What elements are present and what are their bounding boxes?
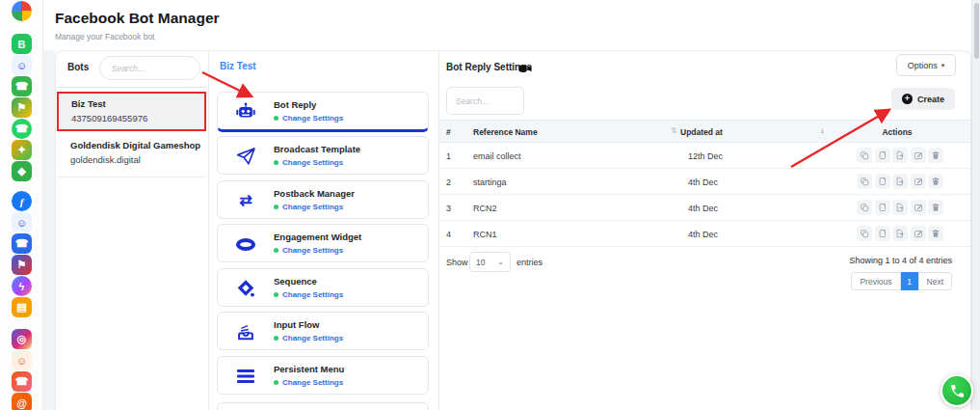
delete-button[interactable] (928, 226, 943, 241)
bot-list-item-biz-test[interactable]: Biz Test 437509169455976 (57, 92, 206, 131)
paint-bucket-icon (235, 278, 256, 299)
bot-list-item-goldendisk[interactable]: Goldendisk Digital Gameshop goldendisk.d… (57, 132, 206, 178)
change-settings-label: Change Settings (282, 203, 343, 211)
instagram-icon[interactable]: ◎ (12, 329, 32, 349)
delete-button[interactable] (928, 200, 943, 215)
change-settings-label: Change Settings (282, 334, 343, 342)
menu-item-broadcast-template[interactable]: Broadcast Template Change Settings (217, 136, 429, 175)
change-settings-link[interactable]: Change Settings (274, 290, 343, 299)
change-settings-link[interactable]: Change Settings (274, 246, 343, 255)
caret-down-icon: ▾ (941, 62, 945, 69)
menu-item-label: Input Flow (274, 319, 320, 330)
updated-at-cell: 4th Dec (688, 230, 718, 239)
status-dot-icon (274, 336, 278, 341)
instagram-comments-icon[interactable]: @ (12, 393, 32, 410)
delete-button[interactable] (928, 148, 943, 163)
edit-button[interactable] (911, 148, 926, 163)
create-button[interactable]: Create (891, 88, 955, 110)
settings-search-input[interactable] (446, 87, 524, 115)
entries-summary: Showing 1 to 4 of 4 entries (849, 256, 952, 265)
page-1-button[interactable]: 1 (901, 272, 918, 290)
messenger-broadcast-icon[interactable]: ⚑ (12, 255, 32, 275)
copy-button[interactable] (857, 200, 872, 215)
scrollbar-track[interactable] (971, 0, 980, 410)
whatsapp-call-widget-icon[interactable]: ☎ (12, 76, 32, 96)
previous-page-button[interactable]: Previous (851, 272, 900, 290)
instagram-call-widget-icon[interactable]: ☎ (12, 371, 32, 392)
caret-down-icon: ⌄ (497, 258, 504, 266)
sidebar-gap (43, 50, 55, 410)
divider (56, 87, 207, 88)
edit-button[interactable] (911, 200, 926, 215)
reference-name-cell: RCN1 (473, 230, 497, 239)
options-button[interactable]: Options ▾ (896, 54, 956, 76)
whatsapp-phone-icon (949, 383, 966, 399)
panel-divider (438, 50, 439, 410)
scrollbar-thumb[interactable] (974, 3, 979, 59)
dashboard-icon[interactable] (12, 1, 32, 21)
row-actions (857, 148, 943, 163)
clipboard-button[interactable] (875, 226, 890, 241)
partners-icon[interactable]: ✦ (12, 140, 32, 160)
robot-icon (235, 101, 256, 123)
menu-item-postback-manager[interactable]: ⇄ Postback Manager Change Settings (217, 180, 429, 219)
page-title: Facebook Bot Manager (55, 10, 220, 27)
row-number-cell: 1 (446, 151, 451, 161)
reference-name-cell: startinga (473, 178, 507, 187)
facebook-comments-icon[interactable]: ▤ (12, 297, 32, 317)
messenger-call-widget-icon[interactable]: ☎ (12, 233, 32, 254)
facebook-icon[interactable]: f (12, 191, 32, 211)
export-button[interactable] (892, 148, 908, 163)
delete-button[interactable] (928, 174, 943, 189)
panel-divider (208, 50, 209, 410)
menu-item-partial[interactable] (217, 402, 429, 410)
options-label: Options (908, 61, 938, 70)
sort-both-icon[interactable]: ⇅ (671, 126, 677, 135)
whatsapp-business-icon[interactable]: B (12, 34, 32, 54)
change-settings-link[interactable]: Change Settings (274, 334, 343, 342)
menu-item-input-flow[interactable]: Input Flow Change Settings (217, 312, 429, 350)
messenger-icon[interactable]: ϟ (12, 276, 32, 296)
whatsapp-broadcast-icon[interactable]: ⚑ (12, 97, 32, 118)
edit-button[interactable] (911, 174, 926, 189)
messenger-chatbot-icon[interactable]: ☺ (12, 212, 32, 232)
menu-item-persistent-menu[interactable]: Persistent Menu Change Settings (217, 356, 429, 395)
sort-down-icon[interactable]: ↓ (820, 126, 824, 135)
bot-id: 437509169455976 (71, 113, 204, 123)
menu-item-label: Engagement Widget (274, 232, 361, 242)
table-header-row: # Reference Name ⇅ Updated at ↓ Actions (439, 120, 970, 143)
entries-per-page-select[interactable]: 10 ⌄ (469, 252, 511, 272)
whatsapp-float-button[interactable] (940, 374, 973, 407)
clipboard-button[interactable] (875, 148, 890, 163)
export-button[interactable] (892, 200, 908, 215)
export-button[interactable] (892, 174, 908, 189)
menu-item-sequence[interactable]: Sequence Change Settings (217, 268, 429, 307)
instagram-chatbot-icon[interactable]: ☺ (12, 350, 32, 370)
edit-button[interactable] (911, 226, 926, 241)
change-settings-link[interactable]: Change Settings (274, 378, 343, 387)
selected-bot-title: Biz Test (220, 61, 256, 71)
bots-search-input[interactable] (99, 56, 200, 80)
change-settings-link[interactable]: Change Settings (274, 158, 343, 167)
change-settings-link[interactable]: Change Settings (274, 203, 343, 211)
menu-item-label: Postback Manager (274, 188, 355, 199)
next-page-button[interactable]: Next (918, 272, 952, 290)
whatsapp-icon[interactable]: ☎ (12, 119, 32, 139)
clipboard-button[interactable] (875, 174, 890, 189)
clipboard-button[interactable] (875, 200, 890, 215)
whatsapp-chatbot-icon[interactable]: ☺ (12, 55, 32, 75)
row-actions (857, 226, 943, 241)
menu-item-bot-reply[interactable]: Bot Reply Change Settings (217, 92, 429, 132)
menu-item-engagement-widget[interactable]: Engagement Widget Change Settings (217, 224, 429, 262)
shop-icon[interactable]: ◆ (12, 161, 32, 181)
table-row: 3 RCN2 4th Dec (439, 195, 970, 221)
change-settings-label: Change Settings (282, 378, 343, 387)
col-header-name: Reference Name (473, 127, 538, 137)
bot-name: Goldendisk Digital Gameshop (70, 140, 206, 150)
copy-button[interactable] (857, 148, 872, 163)
status-dot-icon (274, 248, 278, 253)
copy-button[interactable] (857, 226, 872, 241)
copy-button[interactable] (857, 174, 872, 189)
change-settings-link[interactable]: Change Settings (274, 114, 343, 123)
export-button[interactable] (892, 226, 908, 241)
